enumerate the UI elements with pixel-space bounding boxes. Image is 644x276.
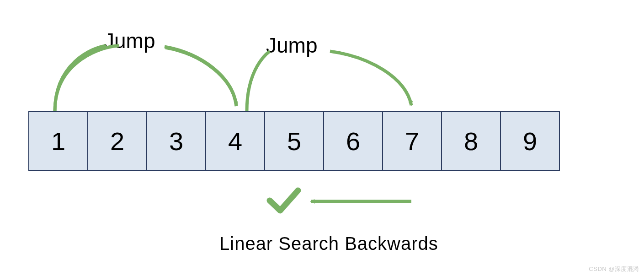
array-cell: 1	[28, 111, 88, 171]
array-container: 1 2 3 4 5 6 7 8 9	[28, 111, 560, 171]
array-cell: 9	[500, 111, 560, 171]
array-cell: 4	[205, 111, 265, 171]
linear-search-label: Linear Search Backwards	[219, 233, 438, 254]
array-cell: 7	[382, 111, 442, 171]
jump-arc-1-left	[55, 46, 106, 111]
jump-arc-2-left	[247, 51, 270, 111]
array-cell: 2	[87, 111, 147, 171]
jump-label-2: Jump	[266, 33, 317, 58]
jump-arc-2-right	[330, 51, 411, 105]
jump-label-1: Jump	[104, 28, 155, 53]
watermark: CSDN @深度混淆	[589, 265, 639, 273]
array-cell: 8	[441, 111, 501, 171]
array-cell: 6	[323, 111, 383, 171]
jump-arc-1-right	[165, 47, 236, 105]
jump-arc-1	[55, 46, 236, 111]
array-cell: 5	[264, 111, 324, 171]
check-icon	[270, 190, 298, 211]
array-cell: 3	[146, 111, 206, 171]
